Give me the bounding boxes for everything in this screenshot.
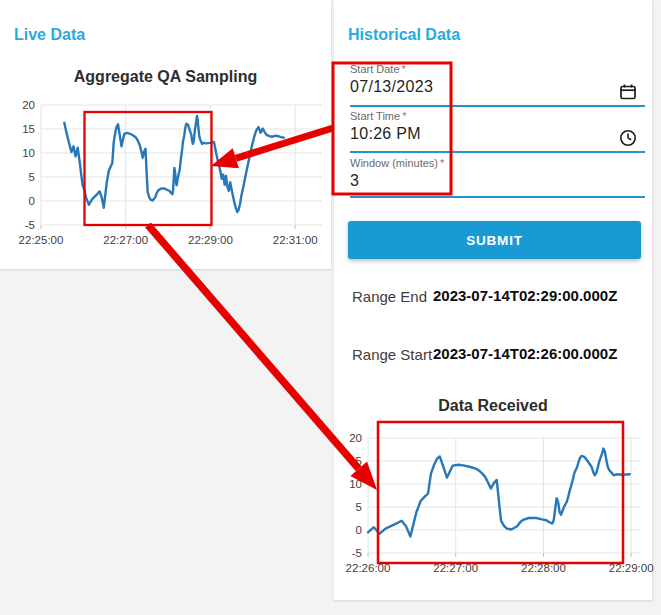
- svg-text:-5: -5: [352, 547, 362, 559]
- window-minutes-label: Window (minutes)*: [350, 157, 645, 169]
- start-time-underline: [350, 151, 645, 153]
- svg-text:10: 10: [349, 478, 362, 490]
- svg-text:22:27:00: 22:27:00: [103, 234, 148, 246]
- svg-text:22:31:00: 22:31:00: [273, 234, 318, 246]
- svg-text:22:29:00: 22:29:00: [188, 234, 233, 246]
- svg-text:0: 0: [356, 524, 362, 536]
- start-date-underline: [350, 105, 645, 107]
- live-chart: 20151050-522:25:0022:27:0022:29:0022:31:…: [0, 92, 331, 260]
- svg-text:-5: -5: [25, 219, 35, 231]
- svg-text:22:27:00: 22:27:00: [433, 562, 478, 574]
- required-asterisk: *: [440, 157, 444, 169]
- svg-text:22:29:00: 22:29:00: [609, 562, 654, 574]
- svg-text:15: 15: [22, 123, 35, 135]
- svg-text:0: 0: [29, 195, 35, 207]
- live-data-heading: Live Data: [14, 26, 85, 44]
- received-chart-title: Data Received: [334, 397, 652, 415]
- window-minutes-input[interactable]: 3: [350, 172, 645, 190]
- svg-text:5: 5: [29, 171, 35, 183]
- historical-data-panel: Historical Data Start Date* 07/13/2023 S…: [334, 0, 653, 600]
- svg-text:20: 20: [22, 99, 35, 111]
- svg-text:22:26:00: 22:26:00: [346, 562, 391, 574]
- start-time-field: Start Time* 10:26 PM: [350, 110, 645, 143]
- start-date-field: Start Date* 07/13/2023: [350, 63, 645, 96]
- start-date-input[interactable]: 07/13/2023: [350, 78, 645, 96]
- svg-text:5: 5: [356, 501, 362, 513]
- live-chart-title: Aggregate QA Sampling: [0, 68, 331, 86]
- window-minutes-underline: [350, 196, 645, 198]
- required-asterisk: *: [402, 110, 406, 122]
- svg-text:22:28:00: 22:28:00: [521, 562, 566, 574]
- start-time-label: Start Time*: [350, 110, 645, 122]
- svg-text:20: 20: [349, 432, 362, 444]
- range-start-row: Range Start 2023-07-14T02:26:00.000Z: [352, 346, 644, 364]
- received-chart: 20151050-522:26:0022:27:0022:28:0022:29:…: [338, 420, 659, 595]
- start-date-label: Start Date*: [350, 63, 645, 75]
- svg-text:22:25:00: 22:25:00: [19, 234, 64, 246]
- range-end-value: 2023-07-14T02:29:00.000Z: [433, 287, 617, 304]
- historical-data-heading: Historical Data: [348, 26, 460, 44]
- svg-text:15: 15: [349, 455, 362, 467]
- required-asterisk: *: [402, 63, 406, 75]
- clock-icon[interactable]: [618, 128, 638, 148]
- calendar-icon[interactable]: [618, 82, 638, 102]
- live-data-panel: Live Data Aggregate QA Sampling 20151050…: [0, 0, 331, 269]
- svg-text:10: 10: [22, 147, 35, 159]
- start-time-input[interactable]: 10:26 PM: [350, 125, 645, 143]
- range-end-row: Range End 2023-07-14T02:29:00.000Z: [352, 288, 644, 306]
- range-start-value: 2023-07-14T02:26:00.000Z: [433, 345, 617, 362]
- submit-button[interactable]: SUBMIT: [348, 221, 641, 259]
- range-end-label: Range End: [352, 288, 427, 305]
- app-root: Live Data Aggregate QA Sampling 20151050…: [0, 0, 661, 615]
- range-start-label: Range Start: [352, 346, 432, 363]
- window-minutes-field: Window (minutes)* 3: [350, 157, 645, 190]
